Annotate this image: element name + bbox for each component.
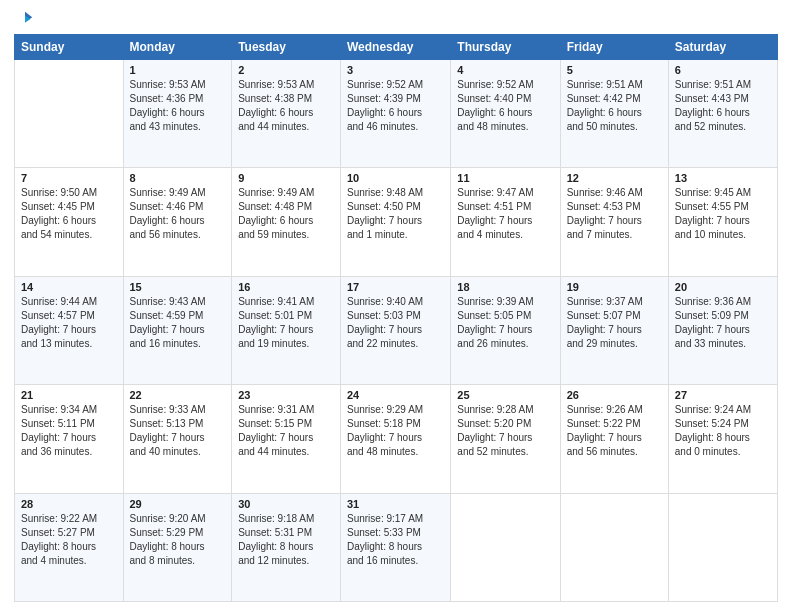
day-info: Sunrise: 9:36 AMSunset: 5:09 PMDaylight:… bbox=[675, 295, 771, 351]
week-row-2: 7Sunrise: 9:50 AMSunset: 4:45 PMDaylight… bbox=[15, 168, 778, 276]
day-number: 23 bbox=[238, 389, 334, 401]
week-row-5: 28Sunrise: 9:22 AMSunset: 5:27 PMDayligh… bbox=[15, 493, 778, 601]
day-info: Sunrise: 9:26 AMSunset: 5:22 PMDaylight:… bbox=[567, 403, 662, 459]
day-number: 8 bbox=[130, 172, 226, 184]
day-number: 28 bbox=[21, 498, 117, 510]
day-number: 24 bbox=[347, 389, 444, 401]
calendar-cell: 24Sunrise: 9:29 AMSunset: 5:18 PMDayligh… bbox=[341, 385, 451, 493]
calendar-cell: 25Sunrise: 9:28 AMSunset: 5:20 PMDayligh… bbox=[451, 385, 560, 493]
calendar-cell: 1Sunrise: 9:53 AMSunset: 4:36 PMDaylight… bbox=[123, 60, 232, 168]
day-number: 31 bbox=[347, 498, 444, 510]
day-info: Sunrise: 9:41 AMSunset: 5:01 PMDaylight:… bbox=[238, 295, 334, 351]
day-number: 16 bbox=[238, 281, 334, 293]
calendar-cell: 30Sunrise: 9:18 AMSunset: 5:31 PMDayligh… bbox=[232, 493, 341, 601]
day-info: Sunrise: 9:28 AMSunset: 5:20 PMDaylight:… bbox=[457, 403, 553, 459]
day-info: Sunrise: 9:52 AMSunset: 4:39 PMDaylight:… bbox=[347, 78, 444, 134]
calendar-cell: 16Sunrise: 9:41 AMSunset: 5:01 PMDayligh… bbox=[232, 276, 341, 384]
day-number: 5 bbox=[567, 64, 662, 76]
day-number: 19 bbox=[567, 281, 662, 293]
week-row-1: 1Sunrise: 9:53 AMSunset: 4:36 PMDaylight… bbox=[15, 60, 778, 168]
calendar-cell: 20Sunrise: 9:36 AMSunset: 5:09 PMDayligh… bbox=[668, 276, 777, 384]
logo-flag-icon bbox=[16, 10, 34, 28]
calendar-cell: 10Sunrise: 9:48 AMSunset: 4:50 PMDayligh… bbox=[341, 168, 451, 276]
calendar-cell: 26Sunrise: 9:26 AMSunset: 5:22 PMDayligh… bbox=[560, 385, 668, 493]
day-info: Sunrise: 9:50 AMSunset: 4:45 PMDaylight:… bbox=[21, 186, 117, 242]
day-info: Sunrise: 9:33 AMSunset: 5:13 PMDaylight:… bbox=[130, 403, 226, 459]
calendar-cell: 7Sunrise: 9:50 AMSunset: 4:45 PMDaylight… bbox=[15, 168, 124, 276]
day-number: 30 bbox=[238, 498, 334, 510]
day-number: 3 bbox=[347, 64, 444, 76]
col-header-sunday: Sunday bbox=[15, 35, 124, 60]
calendar-cell: 9Sunrise: 9:49 AMSunset: 4:48 PMDaylight… bbox=[232, 168, 341, 276]
calendar-cell: 3Sunrise: 9:52 AMSunset: 4:39 PMDaylight… bbox=[341, 60, 451, 168]
calendar-cell: 14Sunrise: 9:44 AMSunset: 4:57 PMDayligh… bbox=[15, 276, 124, 384]
calendar-cell: 19Sunrise: 9:37 AMSunset: 5:07 PMDayligh… bbox=[560, 276, 668, 384]
calendar-cell: 31Sunrise: 9:17 AMSunset: 5:33 PMDayligh… bbox=[341, 493, 451, 601]
calendar-body: 1Sunrise: 9:53 AMSunset: 4:36 PMDaylight… bbox=[15, 60, 778, 602]
day-number: 29 bbox=[130, 498, 226, 510]
calendar-cell: 17Sunrise: 9:40 AMSunset: 5:03 PMDayligh… bbox=[341, 276, 451, 384]
day-number: 18 bbox=[457, 281, 553, 293]
day-info: Sunrise: 9:47 AMSunset: 4:51 PMDaylight:… bbox=[457, 186, 553, 242]
calendar-cell: 6Sunrise: 9:51 AMSunset: 4:43 PMDaylight… bbox=[668, 60, 777, 168]
day-number: 9 bbox=[238, 172, 334, 184]
calendar-cell bbox=[451, 493, 560, 601]
column-header-row: SundayMondayTuesdayWednesdayThursdayFrid… bbox=[15, 35, 778, 60]
calendar-cell: 28Sunrise: 9:22 AMSunset: 5:27 PMDayligh… bbox=[15, 493, 124, 601]
day-info: Sunrise: 9:17 AMSunset: 5:33 PMDaylight:… bbox=[347, 512, 444, 568]
day-info: Sunrise: 9:45 AMSunset: 4:55 PMDaylight:… bbox=[675, 186, 771, 242]
day-info: Sunrise: 9:44 AMSunset: 4:57 PMDaylight:… bbox=[21, 295, 117, 351]
calendar-cell: 12Sunrise: 9:46 AMSunset: 4:53 PMDayligh… bbox=[560, 168, 668, 276]
day-info: Sunrise: 9:53 AMSunset: 4:36 PMDaylight:… bbox=[130, 78, 226, 134]
calendar-cell: 27Sunrise: 9:24 AMSunset: 5:24 PMDayligh… bbox=[668, 385, 777, 493]
day-number: 21 bbox=[21, 389, 117, 401]
day-info: Sunrise: 9:52 AMSunset: 4:40 PMDaylight:… bbox=[457, 78, 553, 134]
day-number: 15 bbox=[130, 281, 226, 293]
calendar-cell bbox=[15, 60, 124, 168]
header bbox=[14, 10, 778, 28]
day-number: 1 bbox=[130, 64, 226, 76]
day-info: Sunrise: 9:51 AMSunset: 4:42 PMDaylight:… bbox=[567, 78, 662, 134]
calendar-cell: 4Sunrise: 9:52 AMSunset: 4:40 PMDaylight… bbox=[451, 60, 560, 168]
week-row-3: 14Sunrise: 9:44 AMSunset: 4:57 PMDayligh… bbox=[15, 276, 778, 384]
col-header-saturday: Saturday bbox=[668, 35, 777, 60]
calendar-cell: 11Sunrise: 9:47 AMSunset: 4:51 PMDayligh… bbox=[451, 168, 560, 276]
day-info: Sunrise: 9:43 AMSunset: 4:59 PMDaylight:… bbox=[130, 295, 226, 351]
day-number: 12 bbox=[567, 172, 662, 184]
day-number: 27 bbox=[675, 389, 771, 401]
day-info: Sunrise: 9:49 AMSunset: 4:46 PMDaylight:… bbox=[130, 186, 226, 242]
calendar-cell: 23Sunrise: 9:31 AMSunset: 5:15 PMDayligh… bbox=[232, 385, 341, 493]
calendar-cell: 2Sunrise: 9:53 AMSunset: 4:38 PMDaylight… bbox=[232, 60, 341, 168]
day-info: Sunrise: 9:34 AMSunset: 5:11 PMDaylight:… bbox=[21, 403, 117, 459]
week-row-4: 21Sunrise: 9:34 AMSunset: 5:11 PMDayligh… bbox=[15, 385, 778, 493]
day-info: Sunrise: 9:39 AMSunset: 5:05 PMDaylight:… bbox=[457, 295, 553, 351]
calendar-cell: 13Sunrise: 9:45 AMSunset: 4:55 PMDayligh… bbox=[668, 168, 777, 276]
col-header-friday: Friday bbox=[560, 35, 668, 60]
day-number: 25 bbox=[457, 389, 553, 401]
day-number: 11 bbox=[457, 172, 553, 184]
col-header-tuesday: Tuesday bbox=[232, 35, 341, 60]
day-info: Sunrise: 9:37 AMSunset: 5:07 PMDaylight:… bbox=[567, 295, 662, 351]
calendar-table: SundayMondayTuesdayWednesdayThursdayFrid… bbox=[14, 34, 778, 602]
day-number: 10 bbox=[347, 172, 444, 184]
calendar-cell bbox=[668, 493, 777, 601]
day-info: Sunrise: 9:31 AMSunset: 5:15 PMDaylight:… bbox=[238, 403, 334, 459]
calendar-cell: 18Sunrise: 9:39 AMSunset: 5:05 PMDayligh… bbox=[451, 276, 560, 384]
col-header-monday: Monday bbox=[123, 35, 232, 60]
day-number: 2 bbox=[238, 64, 334, 76]
day-number: 6 bbox=[675, 64, 771, 76]
day-info: Sunrise: 9:51 AMSunset: 4:43 PMDaylight:… bbox=[675, 78, 771, 134]
day-number: 13 bbox=[675, 172, 771, 184]
day-info: Sunrise: 9:53 AMSunset: 4:38 PMDaylight:… bbox=[238, 78, 334, 134]
day-info: Sunrise: 9:20 AMSunset: 5:29 PMDaylight:… bbox=[130, 512, 226, 568]
day-info: Sunrise: 9:46 AMSunset: 4:53 PMDaylight:… bbox=[567, 186, 662, 242]
logo bbox=[14, 10, 34, 28]
day-number: 7 bbox=[21, 172, 117, 184]
day-info: Sunrise: 9:40 AMSunset: 5:03 PMDaylight:… bbox=[347, 295, 444, 351]
day-info: Sunrise: 9:18 AMSunset: 5:31 PMDaylight:… bbox=[238, 512, 334, 568]
day-info: Sunrise: 9:29 AMSunset: 5:18 PMDaylight:… bbox=[347, 403, 444, 459]
page: SundayMondayTuesdayWednesdayThursdayFrid… bbox=[0, 0, 792, 612]
calendar-cell: 15Sunrise: 9:43 AMSunset: 4:59 PMDayligh… bbox=[123, 276, 232, 384]
col-header-wednesday: Wednesday bbox=[341, 35, 451, 60]
day-info: Sunrise: 9:22 AMSunset: 5:27 PMDaylight:… bbox=[21, 512, 117, 568]
